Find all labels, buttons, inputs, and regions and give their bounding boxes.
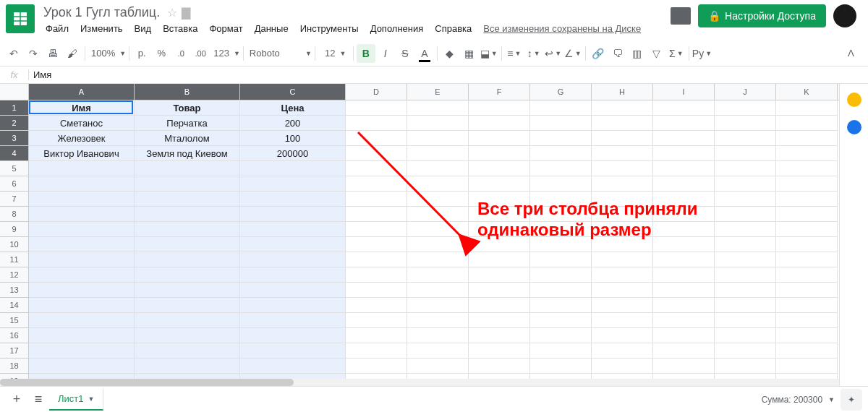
cell-H5[interactable]	[592, 161, 653, 176]
keep-icon[interactable]	[847, 93, 861, 107]
cell-D6[interactable]	[346, 176, 407, 192]
cell-K13[interactable]	[776, 283, 838, 298]
row-header-10[interactable]: 10	[0, 237, 29, 252]
italic-button[interactable]: I	[376, 44, 395, 63]
row-header-7[interactable]: 7	[0, 192, 29, 207]
cell-D4[interactable]	[346, 146, 407, 161]
explore-button[interactable]: ✦	[841, 389, 862, 411]
toolbar-collapse-icon[interactable]: ᐱ	[838, 48, 864, 59]
cell-B13[interactable]	[135, 283, 240, 298]
col-header-A[interactable]: A	[29, 84, 135, 100]
col-header-E[interactable]: E	[407, 84, 469, 100]
cell-E16[interactable]	[407, 328, 469, 343]
cell-E12[interactable]	[407, 267, 469, 283]
cell-D11[interactable]	[346, 252, 407, 267]
cell-A16[interactable]	[29, 328, 135, 343]
cell-F11[interactable]	[469, 252, 530, 267]
cell-H18[interactable]	[592, 359, 653, 374]
cell-I12[interactable]	[653, 267, 715, 283]
cell-B12[interactable]	[135, 267, 240, 283]
cell-B10[interactable]	[135, 237, 240, 252]
cell-G15[interactable]	[530, 313, 592, 328]
cell-K2[interactable]	[776, 116, 838, 131]
cell-C10[interactable]	[240, 237, 346, 252]
cell-H11[interactable]	[592, 252, 653, 267]
decrease-decimal-button[interactable]: .0	[171, 44, 190, 63]
document-title[interactable]: Урок 1 Гугл таблиц.	[41, 5, 163, 20]
cell-H12[interactable]	[592, 267, 653, 283]
cell-J7[interactable]	[715, 192, 776, 207]
cell-I15[interactable]	[653, 313, 715, 328]
cell-B5[interactable]	[135, 161, 240, 176]
row-header-9[interactable]: 9	[0, 222, 29, 237]
cell-D18[interactable]	[346, 359, 407, 374]
paint-format-icon[interactable]: 🖌	[63, 44, 82, 63]
row-header-1[interactable]: 1	[0, 100, 29, 116]
cell-I5[interactable]	[653, 161, 715, 176]
cell-A17[interactable]	[29, 343, 135, 359]
spreadsheet-grid[interactable]: ABCDEFGHIJK1ИмяТоварЦена2СметаносПерчатк…	[0, 84, 839, 387]
cell-K16[interactable]	[776, 328, 838, 343]
menu-edit[interactable]: Изменить	[75, 22, 128, 35]
cell-J5[interactable]	[715, 161, 776, 176]
cell-I3[interactable]	[653, 131, 715, 146]
cell-J14[interactable]	[715, 298, 776, 313]
cell-D5[interactable]	[346, 161, 407, 176]
cell-D8[interactable]	[346, 207, 407, 222]
cell-I18[interactable]	[653, 359, 715, 374]
cell-B8[interactable]	[135, 207, 240, 222]
cell-I11[interactable]	[653, 252, 715, 267]
cell-J10[interactable]	[715, 237, 776, 252]
cell-J8[interactable]	[715, 207, 776, 222]
number-format-select[interactable]: 123▼	[210, 44, 240, 63]
cell-F4[interactable]	[469, 146, 530, 161]
cell-F13[interactable]	[469, 283, 530, 298]
valign-button[interactable]: ↕▼	[524, 44, 543, 63]
cell-D12[interactable]	[346, 267, 407, 283]
chart-button[interactable]: ▥	[628, 44, 647, 63]
cell-K1[interactable]	[776, 100, 838, 116]
cell-G12[interactable]	[530, 267, 592, 283]
text-color-button[interactable]: A	[415, 44, 434, 63]
cell-E10[interactable]	[407, 237, 469, 252]
cell-D10[interactable]	[346, 237, 407, 252]
row-header-5[interactable]: 5	[0, 161, 29, 176]
cell-F15[interactable]	[469, 313, 530, 328]
menu-format[interactable]: Формат	[204, 22, 247, 35]
cell-I16[interactable]	[653, 328, 715, 343]
cell-F2[interactable]	[469, 116, 530, 131]
cell-A2[interactable]: Сметанос	[29, 116, 135, 131]
row-header-15[interactable]: 15	[0, 313, 29, 328]
borders-button[interactable]: ▦	[460, 44, 479, 63]
row-header-14[interactable]: 14	[0, 298, 29, 313]
menu-help[interactable]: Справка	[430, 22, 477, 35]
row-header-2[interactable]: 2	[0, 116, 29, 131]
cell-D7[interactable]	[346, 192, 407, 207]
cell-D14[interactable]	[346, 298, 407, 313]
cell-E7[interactable]	[407, 192, 469, 207]
percent-button[interactable]: %	[152, 44, 171, 63]
cell-C18[interactable]	[240, 359, 346, 374]
col-header-G[interactable]: G	[530, 84, 592, 100]
link-button[interactable]: 🔗	[589, 44, 608, 63]
cell-J9[interactable]	[715, 222, 776, 237]
cell-I4[interactable]	[653, 146, 715, 161]
print-icon[interactable]: 🖶	[43, 44, 62, 63]
cell-J16[interactable]	[715, 328, 776, 343]
avatar[interactable]	[833, 4, 856, 27]
rotate-button[interactable]: ∠▼	[563, 44, 582, 63]
all-sheets-button[interactable]: ≡	[27, 389, 49, 411]
col-header-H[interactable]: H	[592, 84, 653, 100]
cell-A13[interactable]	[29, 283, 135, 298]
comment-button[interactable]: 🗨	[608, 44, 627, 63]
cell-G14[interactable]	[530, 298, 592, 313]
row-header-3[interactable]: 3	[0, 131, 29, 146]
cell-B1[interactable]: Товар	[135, 100, 240, 116]
cell-C13[interactable]	[240, 283, 346, 298]
cell-E17[interactable]	[407, 343, 469, 359]
cell-A15[interactable]	[29, 313, 135, 328]
col-header-K[interactable]: K	[776, 84, 838, 100]
cell-F3[interactable]	[469, 131, 530, 146]
comments-icon[interactable]	[671, 7, 691, 25]
cell-C2[interactable]: 200	[240, 116, 346, 131]
